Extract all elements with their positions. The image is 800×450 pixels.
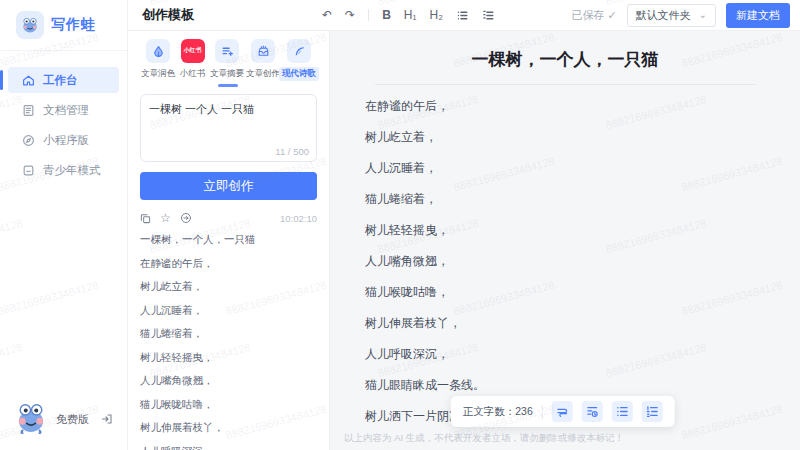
poem-line: 人儿嘴角微翘， bbox=[140, 374, 317, 388]
page-title: 创作模板 bbox=[142, 6, 194, 24]
tab-label: 文章润色 bbox=[138, 67, 178, 81]
frog-logo-icon bbox=[16, 11, 44, 39]
tab-article-summary[interactable]: 文章摘要 bbox=[209, 39, 245, 81]
numbered-list-icon[interactable] bbox=[642, 401, 663, 422]
plan-label: 免费版 bbox=[56, 412, 89, 427]
app-logo[interactable]: 写作蛙 bbox=[0, 0, 127, 51]
heading2-button[interactable]: H₂ bbox=[430, 9, 443, 21]
saved-status-label: 已保存 bbox=[571, 8, 604, 23]
tabs-scroll-indicator[interactable] bbox=[218, 84, 238, 87]
new-document-button[interactable]: 新建文档 bbox=[726, 3, 790, 28]
rewrite-icon[interactable] bbox=[582, 401, 603, 422]
poem-line: 树儿轻轻摇曳， bbox=[140, 351, 317, 365]
tab-label: 现代诗歌 bbox=[279, 67, 319, 81]
continue-writing-icon[interactable] bbox=[552, 401, 573, 422]
word-count: 正文字数：236 bbox=[463, 405, 533, 419]
tab-label: 小红书 bbox=[177, 67, 209, 81]
document-line: 人儿嘴角微翘， bbox=[365, 255, 800, 267]
xiaohongshu-badge-text: 小红书 bbox=[184, 47, 202, 54]
document-line: 树儿伸展着枝丫， bbox=[365, 317, 800, 329]
result-poem: 一棵树，一个人，一只猫在静谧的午后，树儿屹立着，人儿沉睡着，猫儿蜷缩着，树儿轻轻… bbox=[140, 233, 317, 450]
chevron-down-icon: ⌄ bbox=[699, 12, 707, 18]
word-count-value: 236 bbox=[515, 405, 533, 417]
sidebar-item-workspace[interactable]: 工作台 bbox=[8, 67, 119, 93]
compass-icon bbox=[22, 134, 35, 147]
tab-label: 文章创作 bbox=[243, 67, 283, 81]
redo-icon[interactable]: ↷ bbox=[345, 9, 355, 21]
sidebar-item-label: 工作台 bbox=[43, 73, 78, 88]
toolbar-divider bbox=[542, 405, 543, 419]
tab-label: 文章摘要 bbox=[207, 67, 247, 81]
sidebar-menu: 工作台 文档管理 小程序版 青少年模式 bbox=[0, 67, 127, 183]
quill-icon bbox=[287, 39, 311, 63]
poem-line: 人儿呼吸深沉， bbox=[140, 445, 317, 450]
header-right: 已保存 ✓ 默认文件夹 ⌄ 新建文档 bbox=[571, 3, 790, 28]
ordered-list-button[interactable] bbox=[482, 9, 495, 22]
document-body[interactable]: 在静谧的午后，树儿屹立着，人儿沉睡着，猫儿蜷缩着，树儿轻轻摇曳，人儿嘴角微翘，猫… bbox=[330, 100, 800, 422]
generation-result: ☆ 10:02:10 一棵树，一个人，一只猫在静谧的午后，树儿屹立着，人儿沉睡着… bbox=[140, 212, 317, 450]
poem-line: 在静谧的午后， bbox=[140, 257, 317, 271]
mascot-avatar bbox=[14, 400, 48, 438]
sidebar-item-label: 青少年模式 bbox=[43, 163, 101, 178]
sidebar-item-label: 文档管理 bbox=[43, 103, 89, 118]
document-line: 树儿屹立着， bbox=[365, 131, 800, 143]
document-line: 人儿呼吸深沉， bbox=[365, 348, 800, 360]
undo-icon[interactable]: ↶ bbox=[322, 9, 332, 21]
title-divider bbox=[375, 84, 755, 85]
bullet-list-button[interactable] bbox=[456, 9, 469, 22]
star-icon[interactable]: ☆ bbox=[160, 212, 171, 224]
template-tabs: 文章润色 小红书 小红书 文章摘要 bbox=[140, 39, 317, 81]
xiaohongshu-icon: 小红书 bbox=[181, 39, 205, 63]
bold-button[interactable]: B bbox=[382, 9, 391, 21]
app-logo-text: 写作蛙 bbox=[51, 16, 96, 34]
heading1-button[interactable]: H₁ bbox=[404, 9, 417, 21]
document-line: 在静谧的午后， bbox=[365, 100, 800, 112]
summary-icon bbox=[215, 39, 239, 63]
app-root: 写作蛙 工作台 文档管理 小程序版 bbox=[0, 0, 800, 450]
poem-line: 猫儿喉咙咕噜， bbox=[140, 398, 317, 412]
content-area: 文章润色 小红书 小红书 文章摘要 bbox=[128, 31, 800, 450]
insert-arrow-icon[interactable] bbox=[180, 212, 192, 224]
sidebar: 写作蛙 工作台 文档管理 小程序版 bbox=[0, 0, 128, 450]
create-now-button[interactable]: 立即创作 bbox=[140, 172, 317, 200]
template-panel: 文章润色 小红书 小红书 文章摘要 bbox=[128, 31, 330, 450]
sidebar-item-teen-mode[interactable]: 青少年模式 bbox=[8, 157, 119, 183]
editor-panel[interactable]: 一棵树，一个人，一只猫 在静谧的午后，树儿屹立着，人儿沉睡着，猫儿蜷缩着，树儿轻… bbox=[330, 31, 800, 450]
sidebar-footer: 免费版 bbox=[0, 400, 127, 438]
poem-line: 树儿屹立着， bbox=[140, 280, 317, 294]
tab-article-polish[interactable]: 文章润色 bbox=[140, 39, 176, 81]
ai-disclaimer: 以上内容为 AI 生成，不代表开发者立场，请勿删除或修改本标记！ bbox=[344, 432, 624, 445]
pen-icon bbox=[146, 39, 170, 63]
folder-select-value: 默认文件夹 bbox=[636, 8, 691, 23]
home-icon bbox=[22, 74, 35, 87]
logout-icon[interactable] bbox=[101, 413, 113, 425]
sidebar-item-miniprogram[interactable]: 小程序版 bbox=[8, 127, 119, 153]
bullet-list-icon[interactable] bbox=[612, 401, 633, 422]
result-action-bar: ☆ 10:02:10 bbox=[140, 212, 317, 224]
editor-toolbar: ↶ ↷ B H₁ H₂ bbox=[322, 9, 495, 22]
sidebar-item-label: 小程序版 bbox=[43, 133, 89, 148]
tab-article-create[interactable]: 文章创作 bbox=[245, 39, 281, 81]
char-count: 11 / 500 bbox=[275, 146, 309, 157]
folder-select[interactable]: 默认文件夹 ⌄ bbox=[627, 4, 716, 27]
result-timestamp: 10:02:10 bbox=[280, 213, 317, 224]
poem-line: 人儿沉睡着， bbox=[140, 304, 317, 318]
top-header: 创作模板 ↶ ↷ B H₁ H₂ 已保存 ✓ bbox=[128, 0, 800, 31]
tab-xiaohongshu[interactable]: 小红书 小红书 bbox=[176, 39, 209, 81]
tab-modern-poetry[interactable]: 现代诗歌 bbox=[281, 39, 317, 81]
document-line: 人儿沉睡着， bbox=[365, 162, 800, 174]
document-line: 猫儿眼睛眯成一条线。 bbox=[365, 379, 800, 391]
teen-mode-icon bbox=[22, 164, 35, 177]
document-line: 树儿轻轻摇曳， bbox=[365, 224, 800, 236]
copy-icon[interactable] bbox=[140, 213, 151, 224]
prompt-input-box: 11 / 500 bbox=[140, 94, 317, 162]
main-area: 创作模板 ↶ ↷ B H₁ H₂ 已保存 ✓ bbox=[128, 0, 800, 450]
check-icon: ✓ bbox=[607, 9, 616, 22]
saved-status: 已保存 ✓ bbox=[571, 8, 616, 23]
document-line: 猫儿喉咙咕噜， bbox=[365, 286, 800, 298]
toolbar-divider bbox=[368, 9, 369, 21]
document-line: 猫儿蜷缩着， bbox=[365, 193, 800, 205]
document-title[interactable]: 一棵树，一个人，一只猫 bbox=[330, 31, 800, 71]
sidebar-item-documents[interactable]: 文档管理 bbox=[8, 97, 119, 123]
word-count-label: 正文字数： bbox=[463, 405, 516, 417]
